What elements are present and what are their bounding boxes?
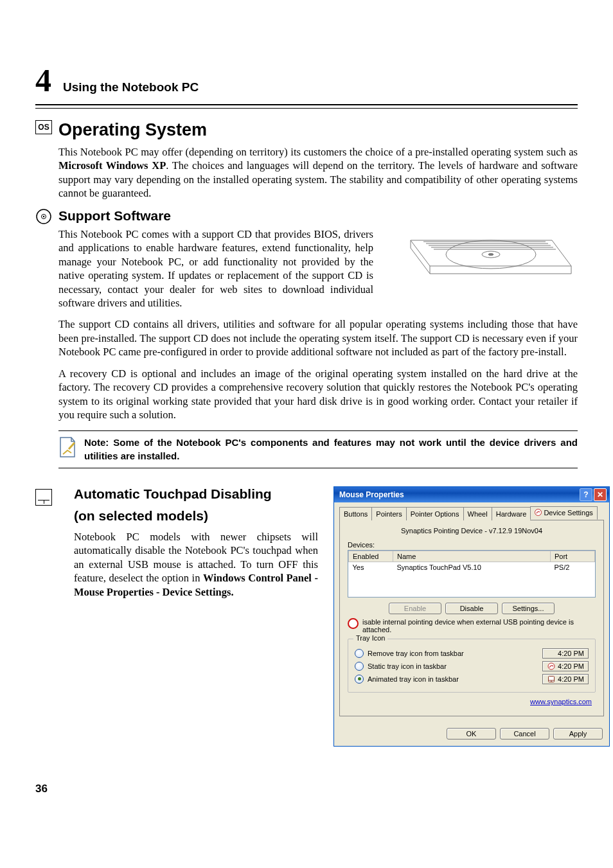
device-list[interactable]: Enabled Name Port Yes Synaptics TouchPad… <box>348 550 596 598</box>
section-support-row: Support Software <box>35 208 578 227</box>
tray-preview-1: 4:20 PM <box>542 648 589 659</box>
note-icon <box>58 436 76 463</box>
col-name[interactable]: Name <box>393 551 551 562</box>
touchpad-text-col: Automatic Touchpad Disabling (on selecte… <box>74 486 318 607</box>
section-os-row: OS Operating System <box>35 120 578 145</box>
driver-version: Synaptics Pointing Device - v7.12.9 19No… <box>348 527 596 535</box>
paragraph: A recovery CD is optional and includes a… <box>58 367 578 422</box>
chapter-header: 4 Using the Notebook PC <box>35 64 578 96</box>
devices-label: Devices: <box>348 541 596 549</box>
disable-button[interactable]: Disable <box>445 603 498 614</box>
table-row[interactable]: Yes Synaptics TouchPad V5.10 PS/2 <box>349 562 595 572</box>
help-button[interactable]: ? <box>580 488 592 501</box>
tray-icon-fieldset: Tray Icon Remove tray icon from taskbar … <box>348 639 596 693</box>
touchpad-section: Automatic Touchpad Disabling (on selecte… <box>35 486 578 747</box>
section-title-touchpad-1: Automatic Touchpad Disabling <box>74 486 318 502</box>
horizontal-rule <box>35 104 578 109</box>
tab-label: Device Settings <box>544 509 592 517</box>
dialog-title: Mouse Properties <box>339 490 404 499</box>
radio-button[interactable] <box>355 675 364 684</box>
radio-row-animated[interactable]: Animated tray icon in taskbar 4:20 PM <box>355 674 589 684</box>
support-row: This Notebook PC comes with a support CD… <box>58 227 578 318</box>
col-enabled[interactable]: Enabled <box>349 551 393 562</box>
checkbox-label: isable internal pointing device when ext… <box>362 618 596 633</box>
tray-preview-3: 4:20 PM <box>542 674 589 684</box>
text: This Notebook PC may offer (depending on… <box>58 146 578 158</box>
radio-row-remove[interactable]: Remove tray icon from taskbar 4:20 PM <box>355 648 589 659</box>
section-title-support: Support Software <box>58 208 171 224</box>
paragraph: This Notebook PC may offer (depending on… <box>58 145 578 200</box>
cancel-button[interactable]: Cancel <box>500 728 549 740</box>
section-title-touchpad-2: (on selected models) <box>74 508 318 524</box>
tab-device-settings[interactable]: Device Settings <box>530 506 597 520</box>
radio-button[interactable] <box>355 649 364 658</box>
apply-button[interactable]: Apply <box>553 728 603 740</box>
paragraph: The support CD contains all drivers, uti… <box>58 317 578 359</box>
tab-pointer-options[interactable]: Pointer Options <box>406 507 464 520</box>
tray-time-text: 4:20 PM <box>558 650 584 657</box>
dialog-body: Buttons Pointers Pointer Options Wheel H… <box>334 502 609 723</box>
device-button-row: Enable Disable Settings... <box>348 603 596 614</box>
svg-point-12 <box>548 663 555 669</box>
support-text: This Notebook PC comes with a support CD… <box>58 227 373 318</box>
synaptics-tray-icon <box>547 662 555 670</box>
svg-point-2 <box>43 216 44 217</box>
tab-wheel[interactable]: Wheel <box>463 507 492 520</box>
ok-button[interactable]: OK <box>447 728 496 740</box>
radio-row-static[interactable]: Static tray icon in taskbar 4:20 PM <box>355 661 589 671</box>
cell-name: Synaptics TouchPad V5.10 <box>393 562 551 572</box>
fieldset-legend: Tray Icon <box>353 634 387 642</box>
cell-port: PS/2 <box>551 562 595 572</box>
text-bold: Microsoft Windows XP <box>58 159 166 172</box>
tab-hardware[interactable]: Hardware <box>492 507 531 520</box>
enable-button[interactable]: Enable <box>389 603 441 614</box>
os-icon: OS <box>35 120 52 134</box>
cell-enabled: Yes <box>349 562 393 572</box>
svg-point-5 <box>488 253 493 255</box>
radio-label: Remove tray icon from taskbar <box>368 650 464 657</box>
close-button[interactable]: ✕ <box>594 488 607 501</box>
section-title-os: Operating System <box>58 120 207 140</box>
section-icon-col <box>35 486 58 508</box>
dialog-titlebar[interactable]: Mouse Properties ? ✕ <box>334 487 609 502</box>
chapter-number: 4 <box>35 64 51 96</box>
page: 4 Using the Notebook PC OS Operating Sys… <box>0 0 613 821</box>
dialog-footer: OK Cancel Apply <box>334 723 609 746</box>
tray-time-text: 4:20 PM <box>558 675 584 683</box>
touchpad-tray-icon <box>547 675 555 683</box>
support-body: The support CD contains all drivers, uti… <box>58 317 578 421</box>
table-header-row: Enabled Name Port <box>349 551 595 562</box>
tab-pointers[interactable]: Pointers <box>371 507 406 520</box>
page-number: 36 <box>35 783 578 795</box>
radio-label: Static tray icon in taskbar <box>368 662 447 670</box>
dialog-col: Mouse Properties ? ✕ Buttons Pointers Po… <box>333 486 610 747</box>
link-row: www.synaptics.com <box>348 698 592 705</box>
tab-buttons[interactable]: Buttons <box>339 507 372 520</box>
highlight-circle-icon <box>348 618 359 629</box>
svg-point-11 <box>535 509 542 516</box>
os-body: This Notebook PC may offer (depending on… <box>58 145 578 200</box>
titlebar-buttons: ? ✕ <box>580 488 607 501</box>
chapter-title: Using the Notebook PC <box>63 80 199 94</box>
disc-icon <box>35 208 52 225</box>
note-text: Note: Some of the Notebook PC's componen… <box>84 436 578 463</box>
col-port[interactable]: Port <box>551 551 595 562</box>
tray-preview-2: 4:20 PM <box>542 661 589 671</box>
tab-panel: Synaptics Pointing Device - v7.12.9 19No… <box>339 520 604 716</box>
cd-illustration <box>385 227 578 307</box>
touchpad-icon <box>35 489 52 506</box>
note-box: Note: Some of the Notebook PC's componen… <box>58 430 578 468</box>
disable-touchpad-checkbox-row[interactable]: isable internal pointing device when ext… <box>348 618 596 633</box>
paragraph: Notebook PC models with newer chipsets w… <box>74 530 318 599</box>
tab-strip: Buttons Pointers Pointer Options Wheel H… <box>339 506 604 520</box>
settings-button[interactable]: Settings... <box>502 603 555 614</box>
synaptics-link[interactable]: www.synaptics.com <box>530 698 592 705</box>
synaptics-icon <box>535 509 542 516</box>
tray-time-text: 4:20 PM <box>558 662 584 670</box>
paragraph: This Notebook PC comes with a support CD… <box>58 227 373 310</box>
radio-button[interactable] <box>355 662 364 671</box>
radio-label: Animated tray icon in taskbar <box>368 675 459 683</box>
mouse-properties-dialog: Mouse Properties ? ✕ Buttons Pointers Po… <box>333 486 610 747</box>
